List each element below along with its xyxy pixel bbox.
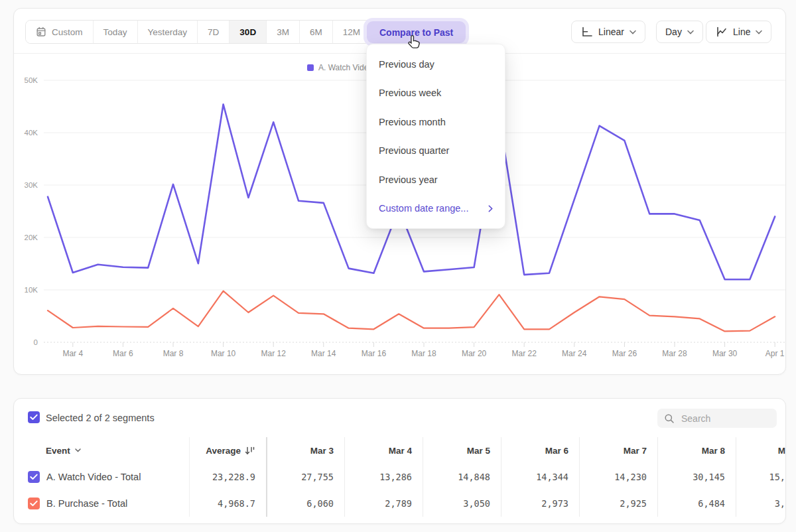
segment-row-label: B. Purchase - Total: [14, 490, 189, 517]
column-header-label: Event: [46, 446, 70, 456]
cell-value: 3,050: [463, 498, 490, 509]
x-axis-label: Mar 22: [512, 349, 537, 358]
chart-type-label: Line: [733, 27, 750, 37]
y-axis-label: 30K: [25, 181, 38, 189]
date-range-custom[interactable]: Custom: [26, 21, 94, 43]
select-all-segments-checkbox[interactable]: [28, 411, 40, 423]
column-header-date: M: [736, 437, 786, 464]
column-header-label: Average: [206, 446, 241, 456]
column-header-date: Mar 7: [579, 437, 657, 464]
date-range-3m[interactable]: 3M: [267, 21, 300, 43]
column-header-label: Mar 7: [624, 446, 647, 456]
date-range-label: Yesterday: [148, 27, 188, 37]
scale-label: Linear: [598, 27, 624, 37]
date-range-12m[interactable]: 12M: [333, 21, 370, 43]
y-axis-label: 40K: [25, 129, 38, 137]
x-axis-label: Mar 10: [211, 349, 236, 358]
column-header-date: Mar 5: [423, 437, 501, 464]
x-axis-label: Mar 20: [462, 349, 487, 358]
x-axis-label: Mar 12: [261, 349, 287, 358]
x-axis-label: Mar 30: [712, 349, 738, 358]
segments-panel: Selected 2 of 2 segments EventAverageMar…: [13, 398, 786, 524]
cell-value: 2,973: [541, 498, 568, 509]
table-cell: 2,789: [344, 490, 423, 517]
scale-dropdown-button[interactable]: Linear: [571, 21, 645, 43]
column-header-label: Mar 6: [545, 446, 568, 456]
chart-type-dropdown-button[interactable]: Line: [706, 21, 771, 43]
search-box: [657, 409, 777, 428]
column-header-label: Mar 4: [389, 446, 412, 456]
column-header-label: Mar 3: [310, 446, 334, 456]
checkmark-icon: [30, 414, 38, 421]
column-header-date: Mar 4: [344, 437, 423, 464]
segment-name: B. Purchase - Total: [46, 498, 127, 509]
date-range-label: 12M: [343, 27, 360, 37]
cell-value: 14,230: [614, 472, 647, 482]
table-cell: 3,: [736, 490, 786, 517]
y-axis-label: 10K: [25, 286, 38, 294]
menu-item-previous-quarter[interactable]: Previous quarter: [367, 137, 505, 166]
x-axis-label: Apr 1: [765, 349, 785, 358]
cell-value: 13,286: [379, 472, 412, 482]
chevron-down-icon: [630, 30, 636, 34]
x-axis-label: Mar 18: [411, 349, 436, 358]
cell-value: 4,968.7: [218, 498, 255, 509]
date-range-yesterday[interactable]: Yesterday: [138, 21, 198, 43]
date-range-label: 6M: [310, 27, 322, 37]
interval-label: Day: [665, 27, 682, 37]
series-line-purchase[interactable]: [48, 291, 775, 332]
menu-item-custom-date-range[interactable]: Custom date range...: [367, 194, 505, 224]
x-axis-label: Mar 14: [311, 349, 336, 358]
date-range-label: Custom: [52, 27, 83, 37]
interval-dropdown-button[interactable]: Day: [656, 21, 703, 43]
column-header-average[interactable]: Average: [189, 437, 266, 464]
compare-to-past-button[interactable]: Compare to Past: [367, 21, 466, 43]
table-cell: 23,228.9: [189, 464, 266, 490]
menu-item-previous-year[interactable]: Previous year: [367, 165, 505, 194]
x-axis-label: Mar 24: [562, 349, 587, 358]
table-cell: 14,230: [579, 464, 657, 490]
chevron-down-icon: [687, 30, 694, 34]
date-range-label: 7D: [208, 27, 219, 37]
cell-value: 27,755: [301, 472, 334, 482]
date-range-label: Today: [103, 27, 127, 37]
linear-axis-icon: [580, 26, 593, 38]
table-cell: 30,145: [657, 464, 736, 490]
cell-value: 14,848: [458, 472, 490, 482]
table-cell: 4,968.7: [189, 490, 266, 517]
table-cell: 14,344: [501, 464, 579, 490]
cell-value: 3,: [775, 498, 785, 509]
cell-value: 2,789: [385, 498, 412, 509]
x-axis-label: Mar 28: [662, 349, 687, 358]
calendar-icon: [36, 27, 46, 37]
segment-checkbox[interactable]: [28, 498, 40, 509]
date-range-7d[interactable]: 7D: [198, 21, 230, 43]
column-header-date: Mar 3: [266, 437, 344, 464]
menu-item-previous-day[interactable]: Previous day: [367, 50, 505, 79]
search-input[interactable]: [680, 413, 769, 425]
cell-value: 6,484: [698, 498, 725, 509]
segments-table: EventAverageMar 3Mar 4Mar 5Mar 6Mar 7Mar…: [14, 437, 786, 517]
menu-item-previous-month[interactable]: Previous month: [367, 107, 505, 137]
chevron-right-icon: [488, 205, 493, 212]
column-header-label: Mar 5: [467, 446, 490, 456]
column-header-date: Mar 6: [501, 437, 579, 464]
cell-value: 23,228.9: [212, 472, 255, 482]
date-range-30d[interactable]: 30D: [230, 21, 267, 43]
segment-checkbox[interactable]: [28, 471, 40, 483]
cell-value: 14,344: [536, 472, 568, 482]
table-cell: 2,973: [501, 490, 579, 517]
search-icon: [664, 413, 675, 424]
table-cell: 13,286: [344, 464, 423, 490]
table-cell: 14,848: [423, 464, 501, 490]
table-cell: 3,050: [423, 490, 501, 517]
cell-value: 30,145: [693, 472, 725, 482]
y-axis-label: 0: [34, 338, 38, 346]
menu-item-previous-week[interactable]: Previous week: [367, 79, 505, 108]
x-axis-label: Mar 4: [62, 349, 83, 358]
date-range-6m[interactable]: 6M: [300, 21, 333, 43]
column-header-event[interactable]: Event: [14, 437, 189, 464]
x-axis-label: Mar 6: [113, 349, 133, 358]
date-range-today[interactable]: Today: [94, 21, 138, 43]
cell-value: 15,: [769, 472, 785, 482]
